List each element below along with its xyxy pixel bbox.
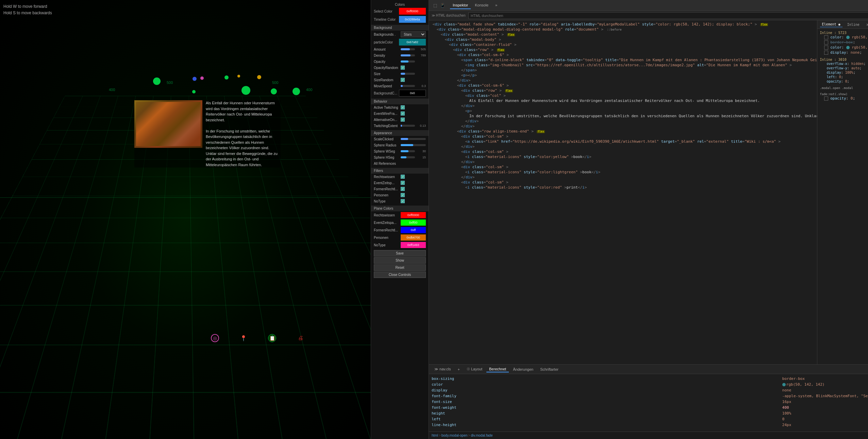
size-slider[interactable] (401, 73, 415, 75)
bottom-tab-nav[interactable]: ≫ nav.cls (432, 366, 453, 372)
tree-line[interactable]: <div class="modal-content" > flex (430, 32, 816, 37)
tree-line[interactable]: <a class="link" href="https://de.wikiped… (430, 139, 816, 144)
tree-line[interactable]: <i class="material-icons" style="color:r… (430, 185, 816, 190)
plane-formen-color-box[interactable]: 0xff (401, 227, 426, 233)
plane-personen-color-box[interactable]: 0xdb6700 (401, 234, 426, 241)
twitching-extent-slider[interactable] (401, 125, 415, 127)
tree-line[interactable]: <div class="modal-body" > (430, 37, 816, 42)
styles-filter[interactable]: ≫ Stile Filtern (864, 22, 868, 27)
tree-line[interactable]: </div> (430, 119, 816, 124)
bottom-tab-layout[interactable]: ☉ Layout (464, 366, 485, 372)
plane-event-color-box[interactable]: 0xff00 (401, 220, 426, 226)
tree-line[interactable]: <span class="d-inline-block" tabindex="0… (430, 57, 816, 63)
save-button[interactable]: Save (374, 250, 426, 257)
scale-clicked-slider[interactable] (401, 138, 426, 140)
bottom-tab-plus[interactable]: + (455, 367, 462, 372)
amount-slider[interactable] (401, 48, 415, 50)
breadcrumb-html[interactable]: html (432, 434, 438, 437)
background-color-box[interactable]: 0x0 (399, 90, 426, 96)
tree-line[interactable]: <div class="col" > (430, 93, 816, 98)
html-search-input[interactable] (468, 12, 868, 19)
icon-pin[interactable]: 📍 (239, 334, 248, 342)
personen-checkbox[interactable] (401, 193, 405, 197)
tree-line[interactable]: <i class="material-icons" style="color:l… (430, 170, 816, 175)
icon-circle[interactable]: ◎ (211, 334, 219, 342)
dot (153, 77, 161, 85)
rechtswissen-checkbox[interactable] (401, 175, 405, 179)
cursor-icon-btn[interactable]: ⬚ (432, 2, 438, 9)
event-zeitsp-checkbox[interactable] (401, 181, 405, 185)
formen-rechtl-checkbox[interactable] (401, 187, 405, 191)
tree-line[interactable]: <div class="col-sm-6" > (430, 52, 816, 57)
styles-tab-element[interactable]: Element ◉ (820, 22, 842, 27)
tree-line[interactable]: <div class="row" > flex (430, 47, 816, 52)
alternative-on-checkbox[interactable] (401, 118, 405, 122)
event-zeitsp-filter-label: EventZeitsp... (374, 181, 399, 185)
density-slider[interactable] (401, 54, 415, 56)
opacity-slider[interactable] (401, 60, 415, 63)
tree-line[interactable]: <p></p> (430, 73, 816, 78)
sphere-hseg-slider[interactable] (401, 156, 415, 158)
styles-tab-inline[interactable]: Inline (845, 22, 862, 27)
tab-konsole[interactable]: Konsole (472, 2, 491, 9)
color-swatch[interactable] (782, 383, 786, 386)
bottom-tab-schriftarter[interactable]: Schriftarter (537, 367, 561, 372)
sphere-wseg-slider[interactable] (401, 150, 415, 152)
reset-button[interactable]: Reset (374, 264, 426, 271)
active-twitching-checkbox[interactable] (401, 105, 405, 109)
tree-line[interactable]: <div class="col-sm" > (430, 134, 816, 139)
tree-line[interactable]: </span> (430, 68, 816, 73)
backgrounds-dropdown[interactable]: StarsNebulaNone (401, 31, 426, 37)
tree-line[interactable]: </div> (430, 175, 816, 180)
breadcrumb-div[interactable]: div.modal.fade (471, 434, 493, 437)
filters-section: Filters (371, 168, 429, 174)
tab-inspector[interactable]: Inspektor (450, 2, 471, 9)
select-color-box[interactable]: 0xff0000 (399, 8, 426, 15)
plane-notype-color-box[interactable]: 0xff1493 (401, 242, 426, 248)
icon-book[interactable]: 📋 (268, 334, 276, 342)
background-section: Background (371, 25, 429, 31)
particle-color-box[interactable]: 0x67a82 (399, 39, 426, 46)
tree-line[interactable]: <div class="row align-items-end" > flex (430, 129, 816, 134)
tree-line[interactable]: </div> (430, 124, 816, 129)
show-button[interactable]: Show (374, 257, 426, 264)
tree-line[interactable]: </div> (430, 78, 816, 83)
prop-toggle[interactable] (824, 35, 828, 39)
prop-toggle[interactable] (824, 40, 828, 45)
prop-toggle[interactable] (824, 51, 828, 55)
tree-line[interactable]: </div> (430, 103, 816, 108)
mobile-icon-btn[interactable]: 📱 (439, 2, 446, 9)
move-speed-slider[interactable] (401, 85, 415, 87)
tab-more[interactable]: » (493, 2, 500, 9)
bottom-tab-berechnet[interactable]: Berechnet (486, 366, 509, 372)
tree-line[interactable]: <div class="modal-dialog modal-dialog-ce… (430, 27, 816, 32)
prop-toggle-fade[interactable] (824, 96, 828, 101)
timeline-color-box[interactable]: 0x3288e6a (399, 16, 426, 23)
event-wire-checkbox[interactable] (401, 111, 405, 116)
tree-line[interactable]: <p> (430, 108, 816, 113)
tree-line[interactable]: <div class="col-sm" > (430, 164, 816, 170)
tree-line[interactable]: <div class="modal fade show" tabindex="-… (430, 22, 816, 27)
tree-line[interactable]: <div class="row" > flex (430, 88, 816, 93)
plane-rechtswissen-color-box[interactable]: 0xff0000 (401, 212, 426, 218)
icon-print[interactable]: 🖨 (297, 334, 305, 342)
sphere-radius-slider[interactable] (401, 144, 426, 146)
tree-line[interactable]: <div class="col-sm-6" > (430, 83, 816, 88)
tree-line[interactable]: <div class="col-sm" > (430, 180, 816, 185)
breadcrumb-body[interactable]: body.modal-open (441, 434, 468, 437)
size-random-checkbox[interactable] (401, 78, 405, 82)
close-controls-button[interactable]: Close Controls (374, 271, 426, 278)
tree-line[interactable]: </div> (430, 144, 816, 149)
opacity-random-checkbox[interactable] (401, 66, 405, 70)
no-type-checkbox[interactable] (401, 199, 405, 203)
active-twitching-row: Active Twitching (371, 104, 429, 110)
tree-line[interactable]: <i class="material-icons" style="color:y… (430, 154, 816, 159)
prop-toggle[interactable] (824, 46, 828, 50)
tree-line[interactable]: <div class="col-sm" > (430, 149, 816, 154)
tree-line[interactable]: <img class="img-thumbnail" src="https://… (430, 63, 816, 68)
tree-line[interactable]: <div class="container-fluid" > (430, 42, 816, 47)
color-swatch[interactable] (846, 36, 850, 39)
tree-line[interactable]: </div> (430, 159, 816, 164)
color-swatch[interactable] (846, 46, 850, 49)
bottom-tab-aenderungen[interactable]: Änderungen (510, 367, 536, 372)
